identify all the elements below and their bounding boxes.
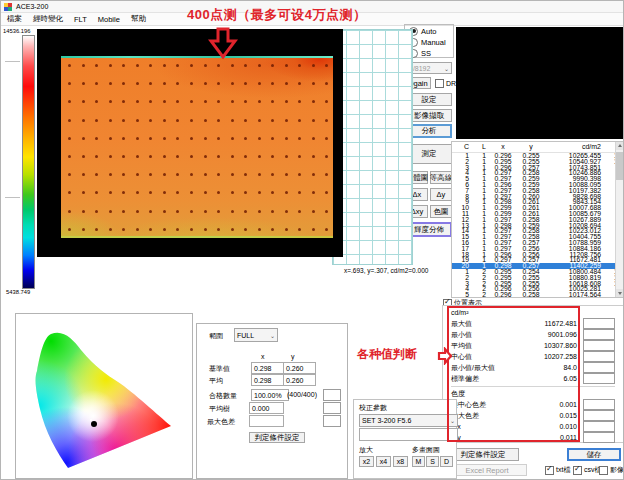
zoom-x8-button[interactable]: x8 <box>393 456 408 467</box>
radio-auto[interactable]: Auto <box>409 26 453 36</box>
excel-report-button[interactable]: Excel Report <box>447 464 527 476</box>
image-file-checkbox[interactable]: 影像檔 <box>599 465 624 475</box>
measure-point <box>298 155 301 158</box>
measure-point <box>312 173 315 176</box>
zoom-buttons: x2x4x8 <box>359 456 410 467</box>
measure-point <box>271 191 274 194</box>
radio-manual[interactable]: Manual <box>409 37 453 47</box>
average-diff-field[interactable]: 0.000 <box>249 402 284 414</box>
calibration-select[interactable]: SET 3-200 F5.6⌄ <box>359 414 458 427</box>
stats-lum-section-label: cd/m² <box>451 308 623 318</box>
measure-point <box>176 137 179 140</box>
measure-point <box>325 210 328 213</box>
measure-point <box>82 137 85 140</box>
stat-row: 與中心色差0.001 <box>451 399 623 410</box>
measure-point <box>217 228 220 231</box>
measure-point <box>231 155 234 158</box>
average-x-field[interactable]: 0.298 <box>251 374 284 386</box>
measure-point <box>149 173 152 176</box>
max-color-diff-field[interactable] <box>249 415 284 427</box>
multiview-m-button[interactable]: M <box>412 456 425 467</box>
measure-point <box>204 210 207 213</box>
menu-item-檔案[interactable]: 檔案 <box>7 14 22 24</box>
pass-count-label: 合格數量 <box>209 391 237 401</box>
reference-y-field[interactable]: 0.260 <box>283 362 316 374</box>
measure-point <box>109 137 112 140</box>
multiview-s-button[interactable]: S <box>426 456 439 467</box>
measure-point <box>298 173 301 176</box>
scroll-up-icon[interactable] <box>616 142 624 150</box>
measure-point <box>325 100 328 103</box>
stat-row: Δ y0.011 <box>451 432 623 443</box>
table-scrollbar[interactable] <box>615 142 624 297</box>
measure-point <box>82 191 85 194</box>
measure-point <box>204 173 207 176</box>
menu-item-經時變化[interactable]: 經時變化 <box>33 14 63 24</box>
dr-checkbox-box <box>435 79 444 88</box>
calibration-panel: 校正參數 SET 3-200 F5.6⌄ 放大 x2x4x8 多畫面圖 MSD <box>353 399 457 479</box>
judgment-box <box>583 399 615 410</box>
delta-y-button[interactable]: Δy <box>430 188 452 201</box>
measure-point <box>204 137 207 140</box>
zoom-label: 放大 <box>359 445 373 455</box>
range-select[interactable]: FULL⌄ <box>234 328 278 342</box>
txt-file-checkbox[interactable]: txt檔 <box>545 465 570 475</box>
dr-checkbox[interactable]: DR <box>435 79 456 88</box>
menu-item-幫助[interactable]: 幫助 <box>131 14 146 24</box>
measure-point <box>217 210 220 213</box>
judge-condition-button[interactable]: 判定條件設定 <box>447 448 519 461</box>
measure-point <box>82 119 85 122</box>
multiview-d-button[interactable]: D <box>440 456 453 467</box>
measure-point <box>298 119 301 122</box>
measure-point <box>217 155 220 158</box>
zoom-x2-button[interactable]: x2 <box>359 456 374 467</box>
measure-point <box>312 100 315 103</box>
measure-point <box>285 191 288 194</box>
measure-point <box>231 173 234 176</box>
measure-point <box>217 82 220 85</box>
measured-point-marker <box>91 421 97 427</box>
annotation-down-arrow-icon <box>208 27 238 59</box>
reference-x-field[interactable]: 0.298 <box>251 362 284 374</box>
measure-point <box>136 64 139 67</box>
measure-point <box>122 100 125 103</box>
annotation-right-arrow-icon <box>437 347 453 365</box>
measure-point <box>163 155 166 158</box>
csv-file-checkbox[interactable]: csv檔 <box>573 465 602 475</box>
annotation-judge-note: 各种值判断 <box>357 346 417 363</box>
measure-point <box>217 191 220 194</box>
measure-point <box>163 137 166 140</box>
measure-point <box>122 119 125 122</box>
measure-point <box>109 173 112 176</box>
scroll-down-icon[interactable] <box>616 289 624 297</box>
measure-point <box>244 228 247 231</box>
heatmap-panel[interactable] <box>37 29 343 257</box>
calibration-extra-field[interactable] <box>359 428 458 441</box>
measure-point <box>312 82 315 85</box>
zoom-x4-button[interactable]: x4 <box>376 456 391 467</box>
measure-point <box>244 64 247 67</box>
contour-button[interactable]: 等高線 <box>430 171 452 184</box>
measurement-table[interactable]: CLxycd/m2X 110.2960.25510265.45510608210… <box>451 141 624 298</box>
scrollbar-thumb[interactable] <box>616 152 624 180</box>
menu-item-Mobile[interactable]: Mobile <box>98 15 120 24</box>
radio-ss[interactable]: SS <box>409 48 453 58</box>
measure-point <box>163 228 166 231</box>
measure-point <box>82 173 85 176</box>
measure-point <box>136 119 139 122</box>
form-judge-condition-button[interactable]: 判定條件設定 <box>249 432 305 443</box>
average-y-field[interactable]: 0.260 <box>283 374 316 386</box>
measure-point <box>285 119 288 122</box>
menu-item-FLT[interactable]: FLT <box>74 15 87 24</box>
measure-point <box>258 228 261 231</box>
measure-point <box>231 82 234 85</box>
scale-min-label: 5438.749 <box>6 289 30 295</box>
measure-point <box>163 191 166 194</box>
video-preview <box>456 27 624 139</box>
colormap-button[interactable]: 色圖 <box>430 205 452 218</box>
pass-rate-field[interactable]: 100.00% <box>251 389 289 401</box>
save-button[interactable]: 儲存 <box>567 448 621 461</box>
measure-point <box>190 228 193 231</box>
cie-diagram <box>21 321 187 473</box>
measure-point <box>163 119 166 122</box>
